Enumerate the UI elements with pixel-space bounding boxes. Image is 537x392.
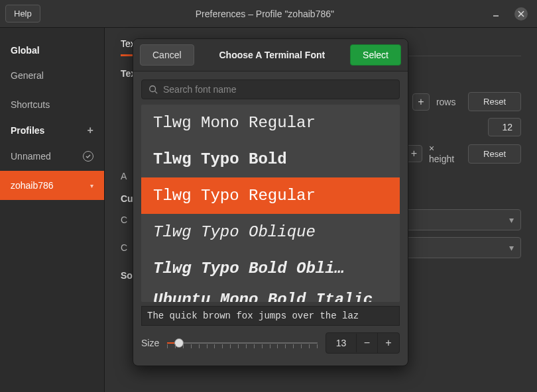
sidebar-item-label: zohaib786 bbox=[11, 180, 54, 191]
font-item-selected[interactable]: Tlwg Typo Regular bbox=[141, 177, 400, 214]
font-list[interactable]: Tlwg Mono Regular Tlwg Typo Bold Tlwg Ty… bbox=[141, 105, 400, 302]
rows-increment-button[interactable]: + bbox=[412, 93, 430, 111]
check-icon bbox=[83, 151, 93, 162]
font-item[interactable]: Ubuntu Mono Bold Italic bbox=[141, 287, 400, 302]
font-item[interactable]: Tlwg Typo Bold bbox=[141, 141, 400, 177]
profiles-label: Profiles bbox=[11, 125, 44, 136]
sidebar-heading-global: Global bbox=[0, 40, 104, 61]
search-input[interactable] bbox=[163, 84, 392, 95]
titlebar: Help Preferences – Profile "zohaib786" bbox=[0, 0, 537, 28]
reset-button[interactable]: Reset bbox=[468, 92, 521, 111]
font-preview: The quick brown fox jumps over the laz bbox=[141, 306, 400, 326]
close-button[interactable] bbox=[514, 7, 528, 21]
font-item[interactable]: Tlwg Typo Bold Obli… bbox=[141, 250, 400, 287]
font-item[interactable]: Tlwg Mono Regular bbox=[141, 105, 400, 141]
cancel-button[interactable]: Cancel bbox=[140, 44, 194, 66]
chevron-down-icon[interactable]: ▾ bbox=[90, 182, 93, 189]
size-value[interactable]: 13 bbox=[326, 334, 357, 352]
minimize-button[interactable] bbox=[489, 7, 503, 21]
rows-label: rows bbox=[436, 97, 456, 107]
size-label: Size bbox=[141, 338, 159, 348]
search-box[interactable] bbox=[141, 79, 400, 99]
font-size-value[interactable]: 12 bbox=[488, 118, 521, 136]
size-slider[interactable] bbox=[167, 335, 318, 351]
window-title: Preferences – Profile "zohaib786" bbox=[40, 9, 489, 19]
svg-point-3 bbox=[150, 86, 156, 92]
size-decrease-button[interactable]: − bbox=[357, 333, 378, 353]
font-chooser-dialog: Cancel Choose A Terminal Font Select Tlw… bbox=[133, 38, 408, 366]
font-item[interactable]: Tlwg Typo Oblique bbox=[141, 214, 400, 250]
reset-button-2[interactable]: Reset bbox=[468, 144, 521, 164]
xheight-label: × height bbox=[429, 143, 461, 164]
size-stepper: 13 − + bbox=[326, 332, 400, 354]
help-button[interactable]: Help bbox=[5, 5, 40, 23]
sidebar-heading-profiles: Profiles + bbox=[0, 119, 104, 142]
select-button[interactable]: Select bbox=[350, 44, 401, 66]
sidebar-item-zohaib786[interactable]: zohaib786 ▾ bbox=[0, 171, 104, 200]
sidebar-item-label: Unnamed bbox=[11, 151, 51, 162]
svg-line-4 bbox=[155, 91, 158, 94]
dialog-title: Choose A Terminal Font bbox=[219, 50, 325, 60]
sidebar-item-unnamed[interactable]: Unnamed bbox=[0, 142, 104, 171]
search-icon bbox=[149, 85, 158, 94]
size-increase-button[interactable]: + bbox=[378, 333, 399, 353]
sidebar-item-shortcuts[interactable]: Shortcuts bbox=[0, 90, 104, 119]
sidebar: Global General Shortcuts Profiles + Unna… bbox=[0, 28, 105, 392]
sidebar-item-general[interactable]: General bbox=[0, 61, 104, 90]
add-profile-icon[interactable]: + bbox=[88, 124, 93, 136]
